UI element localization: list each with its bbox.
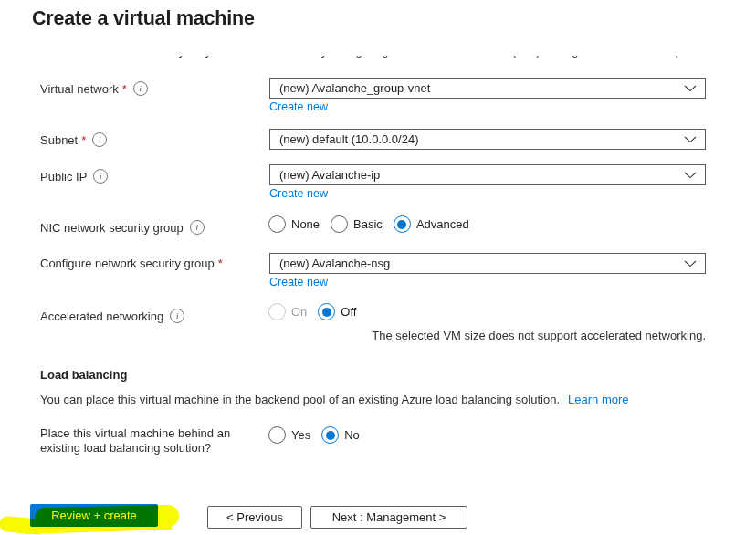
radio-label: Off [341,305,356,319]
load-balancing-heading: Load balancing [40,368,127,382]
accelerated-networking-radio-group: On Off [268,303,356,320]
create-vm-networking-page: Create a virtual machine Define network … [0,0,756,535]
radio-circle-disabled [268,303,286,320]
label-text: Virtual network [40,82,119,96]
review-create-button[interactable]: Review + create [30,504,158,527]
radio-basic[interactable]: Basic [331,215,383,233]
clipped-scrolled-text: Define network connectivity for your vir… [40,56,684,58]
chevron-down-icon [684,136,697,143]
radio-circle-selected [394,215,411,233]
load-balancing-question: Place this virtual machine behind an exi… [40,426,268,455]
info-icon[interactable]: i [92,132,107,147]
virtual-network-label: Virtual network * i [40,81,148,96]
label-text: NIC network security group [40,221,184,235]
label-text: Subnet [40,133,78,147]
select-value: (new) default (10.0.0.0/24) [279,132,418,146]
chevron-down-icon [684,172,697,179]
radio-label: No [344,428,360,442]
radio-label: None [291,217,320,231]
previous-button[interactable]: < Previous [207,506,302,529]
nic-nsg-radio-group: None Basic Advanced [268,215,469,233]
load-balancing-description: You can place this virtual machine in th… [40,393,629,406]
select-value: (new) Avalanche-nsg [279,257,390,270]
chevron-down-icon [684,260,697,268]
public-ip-select[interactable]: (new) Avalanche-ip [269,164,706,185]
radio-yes[interactable]: Yes [268,426,310,444]
description-text: You can place this virtual machine in th… [40,393,560,406]
radio-label: Basic [353,217,383,231]
radio-circle-selected [318,303,335,320]
page-title: Create a virtual machine [32,7,255,30]
load-balancing-radio-group: Yes No [268,426,360,444]
radio-circle [268,215,286,233]
radio-label: Yes [291,428,310,442]
create-new-public-ip-link[interactable]: Create new [269,187,328,200]
configure-nsg-label: Configure network security group * [40,257,223,270]
info-icon[interactable]: i [93,169,108,184]
label-text: Accelerated networking [40,309,163,323]
required-asterisk: * [81,133,86,147]
public-ip-label: Public IP i [40,169,108,184]
info-icon[interactable]: i [170,309,184,323]
radio-circle [331,215,348,233]
radio-advanced[interactable]: Advanced [394,215,469,233]
label-text: Public IP [40,170,87,184]
accelerated-networking-label: Accelerated networking i [40,309,184,323]
radio-on-disabled: On [268,303,307,320]
create-new-nsg-link[interactable]: Create new [269,276,328,288]
required-asterisk: * [218,257,223,270]
radio-label: Advanced [416,217,469,231]
radio-none[interactable]: None [268,215,320,233]
select-value: (new) Avalanche_group-vnet [279,81,430,95]
accelerated-networking-note: The selected VM size does not support ac… [269,329,706,342]
create-new-vnet-link[interactable]: Create new [269,100,328,113]
radio-off[interactable]: Off [318,303,356,320]
chevron-down-icon [684,85,697,92]
radio-label: On [291,305,307,319]
subnet-select[interactable]: (new) default (10.0.0.0/24) [269,129,706,150]
info-icon[interactable]: i [133,81,148,96]
virtual-network-select[interactable]: (new) Avalanche_group-vnet [269,78,706,99]
select-value: (new) Avalanche-ip [279,168,380,182]
learn-more-link[interactable]: Learn more [568,393,628,406]
subnet-label: Subnet * i [40,132,107,147]
radio-circle-selected [321,426,339,444]
radio-no[interactable]: No [321,426,360,444]
radio-circle [268,426,286,444]
next-management-button[interactable]: Next : Management > [310,506,467,529]
clipped-text-fragments: Define network connectivity for your vir… [40,56,684,58]
nic-nsg-label: NIC network security group i [40,220,205,235]
required-asterisk: * [122,82,127,96]
label-text: Configure network security group [40,257,215,270]
info-icon[interactable]: i [190,220,205,235]
configure-nsg-select[interactable]: (new) Avalanche-nsg [269,253,706,274]
